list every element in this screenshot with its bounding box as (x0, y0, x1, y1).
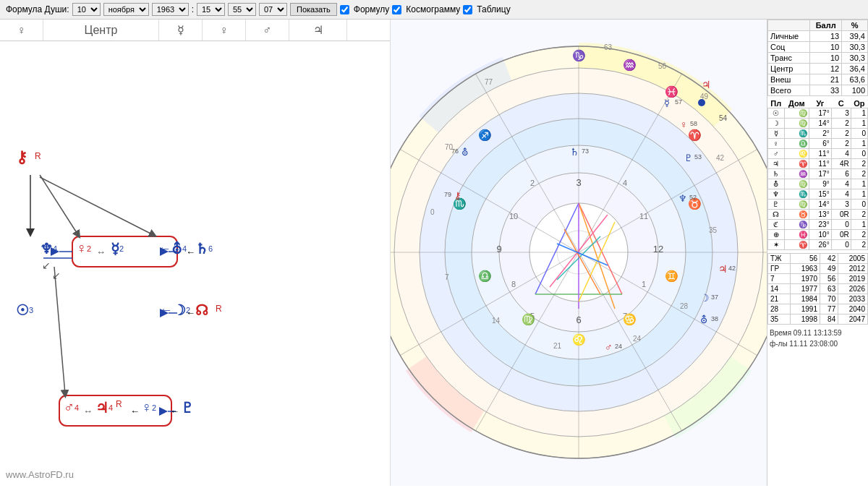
northnode-r-label: R (216, 304, 222, 314)
svg-text:♌: ♌ (572, 333, 586, 346)
svg-text:73: 73 (582, 147, 589, 155)
svg-text:☿: ☿ (664, 98, 670, 108)
stats-score: 21 (810, 74, 842, 85)
svg-text:42: 42 (728, 265, 736, 272)
stats-pct: 30,3 (842, 42, 868, 53)
svg-text:♑: ♑ (572, 49, 586, 62)
svg-text:53: 53 (694, 153, 702, 160)
svg-text:63: 63 (604, 43, 613, 51)
planet-table: ПлДомУгСОр ☉♍17°31☽♍14°21☿♏2°20♀♎6°21♂♌1… (767, 99, 868, 250)
age-table: ТЖ56422005ГР1963492012719705620191419776… (767, 253, 868, 325)
planet-row: ♂♌11°40 (768, 149, 868, 159)
toolbar: Формула Души: 10 ноября 1963 : 15 55 07 … (0, 0, 868, 20)
arrow-left-node: ← (186, 307, 195, 318)
stats-score: 10 (810, 53, 842, 64)
node-saturn: ♄6 (195, 240, 213, 257)
stats-pct: 39,4 (842, 31, 868, 42)
stats-row: Центр1236,4 (768, 64, 868, 74)
svg-text:54: 54 (719, 114, 728, 122)
col-h1: ♀ (0, 20, 43, 40)
age-row: ГР1963492012 (768, 264, 868, 274)
svg-text:37: 37 (711, 294, 718, 301)
svg-text:38: 38 (711, 315, 718, 322)
node-venus-center: ♀2 (76, 240, 91, 257)
arrow-sw1: ↙ (42, 260, 51, 271)
svg-text:♋: ♋ (623, 313, 637, 326)
age-row: 71970562019 (768, 274, 868, 284)
stats-pct: 30,3 (842, 53, 868, 64)
svg-text:♍: ♍ (522, 313, 535, 326)
left-panel: ♀ Центр ☿ ♀ ♂ ♃ (0, 20, 391, 486)
stats-table: Балл % Личные1339,4Соц1030,3Транс1030,3Ц… (767, 20, 868, 96)
check-tablitsu[interactable] (463, 5, 472, 14)
formula-area: ⚷ R ♆4 ♀2 ↔ ☿2 ←⛢4 ← ♄6 (0, 41, 390, 486)
svg-text:56: 56 (658, 62, 667, 70)
stats-row: Личные1339,4 (768, 31, 868, 42)
svg-text:♒: ♒ (623, 59, 637, 72)
arrow-bidir-1: ↔ (96, 247, 106, 257)
svg-text:♆: ♆ (678, 193, 687, 204)
planet-row: ☿♏2°20 (768, 129, 868, 139)
month-select[interactable]: ноября (103, 3, 149, 16)
planet-row: ♄♒17°62 (768, 169, 868, 179)
age-row: 281991772040 (768, 304, 868, 314)
svg-text:6: 6 (576, 314, 581, 325)
node-pluto: ♇ (181, 399, 194, 416)
svg-text:⛢: ⛢ (700, 314, 707, 325)
node-jupiter: ♃4 (95, 399, 113, 416)
stats-score: 13 (810, 31, 842, 42)
svg-text:♃: ♃ (718, 263, 728, 275)
planet-row: ⊕♓10°0R2 (768, 230, 868, 240)
planet-row: ♇♍14°30 (768, 200, 868, 210)
svg-text:79: 79 (444, 191, 451, 198)
show-button[interactable]: Показать (290, 3, 337, 16)
formula-check-label: Формулу (354, 4, 390, 14)
age-row: ТЖ56422005 (768, 254, 868, 264)
svg-text:58: 58 (690, 120, 697, 127)
svg-text:76: 76 (451, 147, 459, 155)
col-h4: ♀ (203, 20, 246, 40)
svg-point-89 (698, 99, 705, 106)
svg-text:3: 3 (576, 177, 581, 188)
node-neptune: ♆4 (40, 240, 57, 257)
svg-text:♐: ♐ (478, 129, 492, 142)
formula-svg (0, 41, 390, 486)
svg-line-8 (40, 177, 153, 235)
tablitsu-check-label: Таблицу (477, 4, 510, 14)
planet-row: ♃♈11°4R2 (768, 159, 868, 169)
col-h3: ☿ (159, 20, 203, 40)
svg-text:8: 8 (511, 280, 516, 288)
svg-text:♎: ♎ (478, 270, 492, 283)
node-sun: ☉3 (16, 301, 33, 319)
stats-pct: 36,4 (842, 64, 868, 74)
planet-row: ⛢♍9°41 (768, 179, 868, 189)
hour-select[interactable]: 15 (197, 3, 225, 16)
sec-select[interactable]: 07 (259, 3, 287, 16)
day-select[interactable]: 10 (72, 3, 101, 16)
min-select[interactable]: 55 (228, 3, 256, 16)
svg-text:♂: ♂ (605, 341, 613, 353)
svg-text:♇: ♇ (684, 153, 693, 163)
kosmogram-check-label: Космограмму (406, 4, 460, 14)
svg-text:☽: ☽ (700, 292, 710, 304)
svg-text:⚷: ⚷ (454, 190, 461, 201)
planet-row: ☽♍14°21 (768, 119, 868, 129)
check-kosmogram[interactable] (392, 5, 401, 14)
stats-pct: 100 (842, 85, 868, 96)
col-h5: ♂ (246, 20, 289, 40)
time-info-line1: Время 09.11 13:13:59 (767, 328, 868, 338)
svg-text:0: 0 (430, 208, 435, 216)
stats-score: 33 (810, 85, 842, 96)
year-select[interactable]: 1963 (152, 3, 189, 16)
col-h2: Центр (43, 20, 159, 40)
age-row: 351998842047 (768, 314, 868, 325)
svg-text:35: 35 (709, 226, 718, 234)
check-formula[interactable] (340, 5, 349, 14)
svg-text:♀: ♀ (680, 119, 688, 130)
formula-label: Формула Души: (6, 4, 69, 14)
svg-text:♄: ♄ (570, 146, 579, 158)
svg-text:11: 11 (639, 212, 648, 221)
planet-row: ♆♏15°41 (768, 189, 868, 200)
planet-row: ℭ♑23°01 (768, 220, 868, 230)
stats-label: Личные (768, 31, 810, 42)
